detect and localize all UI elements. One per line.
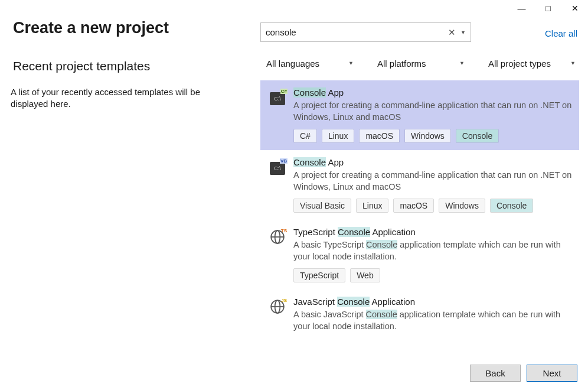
- template-results-list: C:\C#Console AppA project for creating a…: [260, 80, 579, 337]
- tag: Windows: [439, 199, 485, 213]
- template-title: TypeScript Console Application: [293, 227, 572, 237]
- template-tags: C#LinuxmacOSWindowsConsole: [293, 129, 572, 143]
- tag: macOS: [393, 199, 434, 213]
- tag: Visual Basic: [293, 199, 351, 213]
- recent-templates-desc: A list of your recently accessed templat…: [11, 86, 235, 110]
- search-row: ✕ ▼: [260, 22, 471, 42]
- filter-platform[interactable]: All platforms▼: [371, 54, 468, 72]
- language-badge: JS: [280, 298, 288, 303]
- template-body: JavaScript Console ApplicationA basic Ja…: [293, 297, 572, 337]
- template-icon: C:\VB: [270, 160, 285, 175]
- template-tags: Visual BasicLinuxmacOSWindowsConsole: [293, 199, 572, 213]
- chevron-down-icon: ▼: [459, 60, 465, 66]
- close-button[interactable]: ✕: [561, 0, 588, 17]
- template-icon: JS: [270, 299, 285, 314]
- template-body: Console AppA project for creating a comm…: [293, 87, 572, 143]
- template-body: Console AppA project for creating a comm…: [293, 157, 572, 213]
- tag: Linux: [322, 129, 354, 143]
- search-input[interactable]: [266, 27, 445, 37]
- template-body: TypeScript Console ApplicationA basic Ty…: [293, 227, 572, 282]
- filter-language[interactable]: All languages▼: [260, 54, 357, 72]
- back-button[interactable]: Back: [470, 365, 521, 382]
- footer-buttons: Back Next: [470, 365, 577, 382]
- tag: Windows: [404, 129, 451, 143]
- template-item[interactable]: JSJavaScript Console ApplicationA basic …: [260, 290, 579, 337]
- template-tags: TypeScriptWeb: [293, 268, 572, 282]
- filter-project-type[interactable]: All project types▼: [482, 54, 579, 72]
- clear-all-link[interactable]: Clear all: [545, 28, 577, 38]
- template-icon: TS: [270, 229, 285, 245]
- chevron-down-icon[interactable]: ▼: [459, 30, 466, 35]
- template-title: JavaScript Console Application: [293, 297, 572, 307]
- tag: macOS: [359, 129, 400, 143]
- template-title: Console App: [293, 157, 572, 167]
- next-button[interactable]: Next: [527, 365, 577, 382]
- tag: Web: [350, 268, 380, 282]
- window-titlebar: — □ ✕: [508, 0, 588, 17]
- tag: Linux: [356, 199, 388, 213]
- maximize-button[interactable]: □: [535, 0, 561, 17]
- console-icon: C:\: [270, 92, 285, 105]
- template-item[interactable]: TSTypeScript Console ApplicationA basic …: [260, 220, 579, 290]
- tag: Console: [490, 199, 533, 213]
- search-clear-icon[interactable]: ✕: [445, 27, 459, 38]
- minimize-button[interactable]: —: [508, 0, 535, 17]
- template-desc: A basic JavaScript Console application t…: [293, 309, 572, 332]
- template-desc: A basic TypeScript Console application t…: [293, 239, 572, 262]
- language-badge: VB: [280, 158, 288, 164]
- template-item[interactable]: C:\VBConsole AppA project for creating a…: [260, 150, 579, 220]
- console-icon: C:\: [270, 162, 285, 175]
- chevron-down-icon: ▼: [348, 60, 354, 66]
- template-desc: A project for creating a command-line ap…: [293, 100, 572, 123]
- search-box[interactable]: ✕ ▼: [260, 22, 471, 42]
- filter-row: All languages▼ All platforms▼ All projec…: [260, 54, 579, 72]
- filter-type-label: All project types: [488, 58, 551, 69]
- tag: TypeScript: [293, 268, 345, 282]
- filter-platform-label: All platforms: [377, 58, 426, 69]
- recent-templates-heading: Recent project templates: [13, 59, 150, 73]
- page-title: Create a new project: [13, 19, 169, 37]
- template-desc: A project for creating a command-line ap…: [293, 170, 572, 193]
- tag: C#: [293, 129, 317, 143]
- filter-language-label: All languages: [266, 58, 319, 69]
- template-item[interactable]: C:\C#Console AppA project for creating a…: [260, 80, 579, 150]
- language-badge: TS: [280, 228, 288, 233]
- tag: Console: [456, 129, 499, 143]
- chevron-down-icon: ▼: [570, 60, 576, 66]
- language-badge: C#: [280, 89, 288, 94]
- template-title: Console App: [293, 87, 572, 98]
- template-icon: C:\C#: [270, 90, 285, 105]
